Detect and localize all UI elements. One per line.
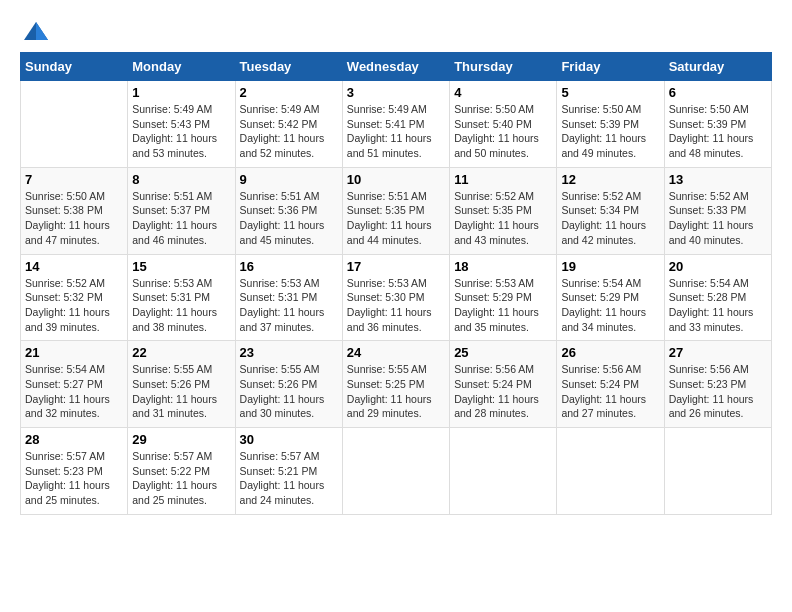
day-cell: 21Sunrise: 5:54 AM Sunset: 5:27 PM Dayli… [21, 341, 128, 428]
day-number: 26 [561, 345, 659, 360]
logo [20, 20, 50, 42]
day-number: 9 [240, 172, 338, 187]
day-cell: 5Sunrise: 5:50 AM Sunset: 5:39 PM Daylig… [557, 81, 664, 168]
page-header [20, 20, 772, 42]
day-cell: 23Sunrise: 5:55 AM Sunset: 5:26 PM Dayli… [235, 341, 342, 428]
header-cell-tuesday: Tuesday [235, 53, 342, 81]
day-info: Sunrise: 5:51 AM Sunset: 5:35 PM Dayligh… [347, 189, 445, 248]
week-row-4: 21Sunrise: 5:54 AM Sunset: 5:27 PM Dayli… [21, 341, 772, 428]
day-cell: 17Sunrise: 5:53 AM Sunset: 5:30 PM Dayli… [342, 254, 449, 341]
day-info: Sunrise: 5:57 AM Sunset: 5:23 PM Dayligh… [25, 449, 123, 508]
day-cell: 29Sunrise: 5:57 AM Sunset: 5:22 PM Dayli… [128, 428, 235, 515]
day-info: Sunrise: 5:49 AM Sunset: 5:42 PM Dayligh… [240, 102, 338, 161]
day-number: 18 [454, 259, 552, 274]
day-number: 25 [454, 345, 552, 360]
day-info: Sunrise: 5:52 AM Sunset: 5:34 PM Dayligh… [561, 189, 659, 248]
week-row-2: 7Sunrise: 5:50 AM Sunset: 5:38 PM Daylig… [21, 167, 772, 254]
day-number: 12 [561, 172, 659, 187]
day-info: Sunrise: 5:57 AM Sunset: 5:21 PM Dayligh… [240, 449, 338, 508]
day-cell: 19Sunrise: 5:54 AM Sunset: 5:29 PM Dayli… [557, 254, 664, 341]
day-number: 11 [454, 172, 552, 187]
day-info: Sunrise: 5:52 AM Sunset: 5:32 PM Dayligh… [25, 276, 123, 335]
day-number: 8 [132, 172, 230, 187]
day-number: 16 [240, 259, 338, 274]
day-cell: 27Sunrise: 5:56 AM Sunset: 5:23 PM Dayli… [664, 341, 771, 428]
day-cell: 24Sunrise: 5:55 AM Sunset: 5:25 PM Dayli… [342, 341, 449, 428]
day-info: Sunrise: 5:52 AM Sunset: 5:35 PM Dayligh… [454, 189, 552, 248]
day-number: 21 [25, 345, 123, 360]
header-cell-thursday: Thursday [450, 53, 557, 81]
day-info: Sunrise: 5:53 AM Sunset: 5:31 PM Dayligh… [132, 276, 230, 335]
day-info: Sunrise: 5:50 AM Sunset: 5:39 PM Dayligh… [669, 102, 767, 161]
day-number: 28 [25, 432, 123, 447]
day-cell: 2Sunrise: 5:49 AM Sunset: 5:42 PM Daylig… [235, 81, 342, 168]
day-number: 7 [25, 172, 123, 187]
day-number: 6 [669, 85, 767, 100]
day-cell: 12Sunrise: 5:52 AM Sunset: 5:34 PM Dayli… [557, 167, 664, 254]
day-cell: 9Sunrise: 5:51 AM Sunset: 5:36 PM Daylig… [235, 167, 342, 254]
day-number: 1 [132, 85, 230, 100]
day-info: Sunrise: 5:56 AM Sunset: 5:24 PM Dayligh… [454, 362, 552, 421]
week-row-3: 14Sunrise: 5:52 AM Sunset: 5:32 PM Dayli… [21, 254, 772, 341]
day-cell [664, 428, 771, 515]
day-info: Sunrise: 5:56 AM Sunset: 5:23 PM Dayligh… [669, 362, 767, 421]
logo-icon [22, 20, 50, 42]
header-cell-monday: Monday [128, 53, 235, 81]
day-number: 29 [132, 432, 230, 447]
day-number: 2 [240, 85, 338, 100]
day-cell: 25Sunrise: 5:56 AM Sunset: 5:24 PM Dayli… [450, 341, 557, 428]
day-cell: 8Sunrise: 5:51 AM Sunset: 5:37 PM Daylig… [128, 167, 235, 254]
day-info: Sunrise: 5:52 AM Sunset: 5:33 PM Dayligh… [669, 189, 767, 248]
day-info: Sunrise: 5:51 AM Sunset: 5:36 PM Dayligh… [240, 189, 338, 248]
day-number: 14 [25, 259, 123, 274]
day-info: Sunrise: 5:50 AM Sunset: 5:40 PM Dayligh… [454, 102, 552, 161]
day-cell: 15Sunrise: 5:53 AM Sunset: 5:31 PM Dayli… [128, 254, 235, 341]
day-info: Sunrise: 5:49 AM Sunset: 5:43 PM Dayligh… [132, 102, 230, 161]
day-info: Sunrise: 5:55 AM Sunset: 5:25 PM Dayligh… [347, 362, 445, 421]
header-cell-wednesday: Wednesday [342, 53, 449, 81]
day-cell: 11Sunrise: 5:52 AM Sunset: 5:35 PM Dayli… [450, 167, 557, 254]
day-cell [557, 428, 664, 515]
header-cell-saturday: Saturday [664, 53, 771, 81]
day-number: 22 [132, 345, 230, 360]
day-number: 19 [561, 259, 659, 274]
day-cell: 28Sunrise: 5:57 AM Sunset: 5:23 PM Dayli… [21, 428, 128, 515]
day-cell: 22Sunrise: 5:55 AM Sunset: 5:26 PM Dayli… [128, 341, 235, 428]
day-cell: 3Sunrise: 5:49 AM Sunset: 5:41 PM Daylig… [342, 81, 449, 168]
day-cell: 30Sunrise: 5:57 AM Sunset: 5:21 PM Dayli… [235, 428, 342, 515]
day-info: Sunrise: 5:53 AM Sunset: 5:30 PM Dayligh… [347, 276, 445, 335]
day-cell: 14Sunrise: 5:52 AM Sunset: 5:32 PM Dayli… [21, 254, 128, 341]
day-number: 5 [561, 85, 659, 100]
day-info: Sunrise: 5:54 AM Sunset: 5:28 PM Dayligh… [669, 276, 767, 335]
day-number: 3 [347, 85, 445, 100]
day-info: Sunrise: 5:55 AM Sunset: 5:26 PM Dayligh… [240, 362, 338, 421]
day-number: 24 [347, 345, 445, 360]
week-row-1: 1Sunrise: 5:49 AM Sunset: 5:43 PM Daylig… [21, 81, 772, 168]
day-cell: 6Sunrise: 5:50 AM Sunset: 5:39 PM Daylig… [664, 81, 771, 168]
day-info: Sunrise: 5:53 AM Sunset: 5:29 PM Dayligh… [454, 276, 552, 335]
day-info: Sunrise: 5:51 AM Sunset: 5:37 PM Dayligh… [132, 189, 230, 248]
day-cell [450, 428, 557, 515]
day-cell [342, 428, 449, 515]
day-cell: 20Sunrise: 5:54 AM Sunset: 5:28 PM Dayli… [664, 254, 771, 341]
day-info: Sunrise: 5:54 AM Sunset: 5:27 PM Dayligh… [25, 362, 123, 421]
day-info: Sunrise: 5:57 AM Sunset: 5:22 PM Dayligh… [132, 449, 230, 508]
day-cell: 16Sunrise: 5:53 AM Sunset: 5:31 PM Dayli… [235, 254, 342, 341]
day-cell: 7Sunrise: 5:50 AM Sunset: 5:38 PM Daylig… [21, 167, 128, 254]
day-info: Sunrise: 5:53 AM Sunset: 5:31 PM Dayligh… [240, 276, 338, 335]
day-number: 23 [240, 345, 338, 360]
day-number: 13 [669, 172, 767, 187]
day-info: Sunrise: 5:50 AM Sunset: 5:38 PM Dayligh… [25, 189, 123, 248]
header-cell-sunday: Sunday [21, 53, 128, 81]
day-number: 4 [454, 85, 552, 100]
day-number: 20 [669, 259, 767, 274]
day-cell: 1Sunrise: 5:49 AM Sunset: 5:43 PM Daylig… [128, 81, 235, 168]
header-cell-friday: Friday [557, 53, 664, 81]
day-info: Sunrise: 5:54 AM Sunset: 5:29 PM Dayligh… [561, 276, 659, 335]
day-info: Sunrise: 5:56 AM Sunset: 5:24 PM Dayligh… [561, 362, 659, 421]
header-row: SundayMondayTuesdayWednesdayThursdayFrid… [21, 53, 772, 81]
day-cell: 4Sunrise: 5:50 AM Sunset: 5:40 PM Daylig… [450, 81, 557, 168]
day-number: 17 [347, 259, 445, 274]
day-number: 30 [240, 432, 338, 447]
day-cell: 10Sunrise: 5:51 AM Sunset: 5:35 PM Dayli… [342, 167, 449, 254]
